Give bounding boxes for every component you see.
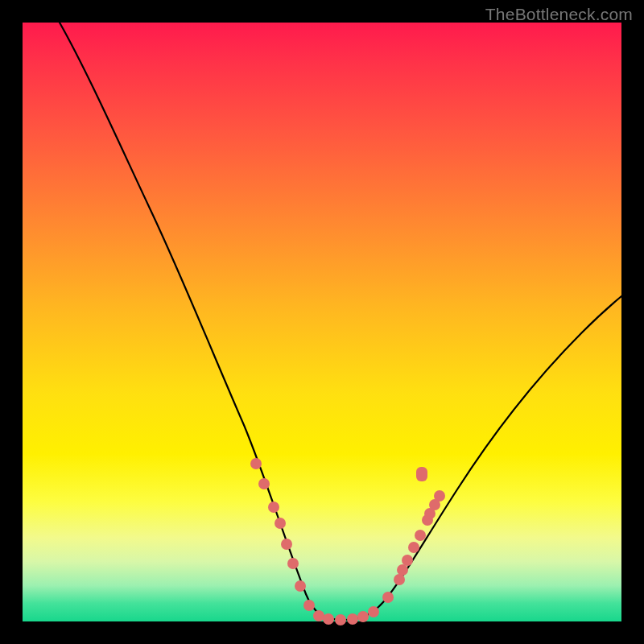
svg-point-3 <box>275 518 286 529</box>
svg-point-17 <box>402 555 413 566</box>
svg-point-23 <box>434 490 445 502</box>
svg-point-16 <box>397 564 408 576</box>
plot-area <box>23 23 621 621</box>
svg-point-0 <box>250 458 262 469</box>
svg-point-11 <box>347 613 358 625</box>
svg-rect-24 <box>416 467 427 481</box>
svg-point-14 <box>382 592 394 603</box>
svg-point-12 <box>357 611 369 622</box>
bottleneck-curve <box>60 23 621 620</box>
svg-point-4 <box>281 539 292 550</box>
svg-point-10 <box>335 614 346 625</box>
svg-point-19 <box>415 530 426 541</box>
svg-point-9 <box>323 613 334 625</box>
svg-point-15 <box>394 574 405 585</box>
curve-data-dots <box>250 458 445 625</box>
svg-point-18 <box>408 542 419 553</box>
svg-point-1 <box>258 478 270 489</box>
svg-point-6 <box>295 580 306 592</box>
svg-point-8 <box>313 610 324 621</box>
svg-point-5 <box>287 558 299 569</box>
svg-point-2 <box>268 502 279 513</box>
chart-svg <box>23 23 621 621</box>
svg-point-7 <box>303 600 315 611</box>
svg-point-13 <box>368 606 379 617</box>
watermark-text: TheBottleneck.com <box>485 5 633 24</box>
